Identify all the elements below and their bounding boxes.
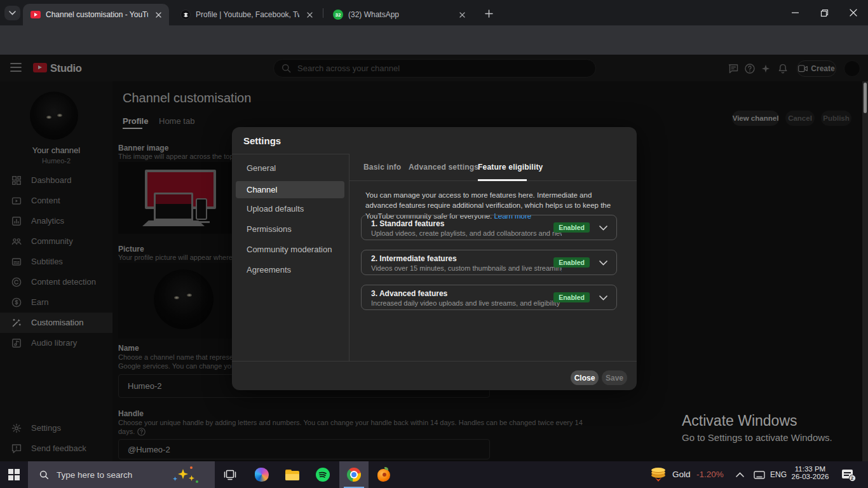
new-tab-button[interactable] bbox=[481, 6, 496, 21]
chevron-down-icon[interactable] bbox=[599, 295, 607, 301]
gold-widget-icon[interactable] bbox=[646, 461, 671, 488]
settings-dialog: Settings General Channel Upload defaults… bbox=[232, 127, 637, 390]
feature-title: 1. Standard features bbox=[371, 219, 444, 228]
feature-description: Upload videos, create playlists, and add… bbox=[371, 229, 562, 237]
settings-nav-upload-defaults[interactable]: Upload defaults bbox=[232, 199, 349, 219]
feature-description: Videos over 15 minutes, custom thumbnail… bbox=[371, 264, 562, 272]
settings-nav-community-moderation[interactable]: Community moderation bbox=[232, 240, 349, 260]
folder-icon bbox=[285, 470, 299, 480]
chevron-down-icon bbox=[9, 11, 16, 15]
window-close-button[interactable] bbox=[839, 0, 868, 25]
settings-nav-channel[interactable]: Channel bbox=[236, 181, 344, 198]
feature-row-advanced[interactable]: 3. Advanced features Increased daily vid… bbox=[361, 285, 617, 310]
clock-time: 11:33 PM bbox=[788, 465, 832, 473]
youtube-favicon bbox=[31, 11, 41, 18]
task-view-icon bbox=[224, 469, 236, 480]
windows-logo-icon bbox=[8, 469, 20, 480]
browser-tab-strip: Channel customisation - YouTu Profile | … bbox=[0, 0, 868, 25]
feature-description: Increased daily video uploads and live s… bbox=[371, 299, 562, 307]
language-indicator[interactable]: ENG bbox=[770, 461, 787, 488]
page-scrollbar[interactable] bbox=[862, 81, 868, 461]
spotify-icon bbox=[316, 468, 330, 482]
tab-close-icon[interactable] bbox=[153, 10, 164, 20]
task-view-button[interactable] bbox=[215, 461, 245, 488]
settings-dialog-title: Settings bbox=[243, 135, 281, 146]
settings-nav-agreements[interactable]: Agreements bbox=[232, 260, 349, 280]
browser-tab-youtube-studio[interactable]: Channel customisation - YouTu bbox=[23, 4, 169, 25]
taskbar: Type here to search bbox=[0, 461, 868, 488]
feature-title: 2. Intermediate features bbox=[371, 254, 457, 263]
fl-studio-button[interactable] bbox=[370, 461, 399, 488]
browser-tab-whatsapp[interactable]: 32 (32) WhatsApp bbox=[325, 4, 473, 25]
start-button[interactable] bbox=[0, 461, 28, 488]
taskbar-clock[interactable]: 11:33 PM 26-03-2026 bbox=[788, 461, 832, 480]
spotify-button[interactable] bbox=[308, 461, 337, 488]
taskbar-search[interactable]: Type here to search bbox=[28, 461, 215, 488]
clock-date: 26-03-2026 bbox=[788, 473, 832, 480]
screen: Channel customisation - YouTu Profile | … bbox=[0, 0, 868, 488]
minimize-icon bbox=[792, 12, 799, 13]
notification-center-button[interactable]: 2 bbox=[835, 461, 860, 488]
feature-row-intermediate[interactable]: 2. Intermediate features Videos over 15 … bbox=[361, 250, 617, 275]
search-icon bbox=[39, 470, 49, 480]
browser-tab-profile[interactable]: Profile | Youtube, Facebook, Twi bbox=[173, 4, 320, 25]
notification-badge: 2 bbox=[849, 475, 856, 482]
settings-nav-general[interactable]: General bbox=[232, 158, 349, 179]
tab-advanced-settings[interactable]: Advanced settings bbox=[409, 163, 478, 172]
coins-icon bbox=[651, 468, 666, 482]
profile-favicon bbox=[180, 10, 191, 20]
chevron-up-icon bbox=[736, 472, 744, 477]
chevron-down-icon[interactable] bbox=[599, 261, 607, 266]
plus-icon bbox=[485, 10, 493, 18]
tab-title: (32) WhatsApp bbox=[348, 10, 452, 19]
copilot-icon bbox=[255, 468, 269, 482]
taskbar-search-placeholder: Type here to search bbox=[57, 470, 132, 480]
activate-windows-watermark: Activate Windows Go to Settings to activ… bbox=[682, 412, 832, 443]
touch-keyboard-button[interactable] bbox=[749, 461, 770, 488]
search-highlights-icon bbox=[173, 465, 198, 484]
feature-row-standard[interactable]: 1. Standard features Upload videos, crea… bbox=[361, 215, 617, 240]
tab-basic-info[interactable]: Basic info bbox=[363, 163, 401, 172]
window-minimize-button[interactable] bbox=[780, 0, 810, 25]
settings-tabs: Basic info Advanced settings Feature eli… bbox=[349, 154, 637, 181]
file-explorer-button[interactable] bbox=[278, 461, 307, 488]
tab-close-icon[interactable] bbox=[304, 10, 315, 20]
status-badge: Enabled bbox=[553, 292, 590, 302]
chevron-down-icon[interactable] bbox=[599, 226, 607, 231]
watermark-line1: Activate Windows bbox=[682, 412, 832, 430]
settings-nav-permissions[interactable]: Permissions bbox=[232, 219, 349, 240]
tab-title: Channel customisation - YouTu bbox=[46, 10, 148, 19]
scrollbar-thumb[interactable] bbox=[864, 83, 867, 113]
window-restore-button[interactable] bbox=[810, 0, 839, 25]
feature-title: 3. Advanced features bbox=[371, 289, 447, 298]
tab-search-button[interactable] bbox=[4, 6, 20, 20]
chrome-icon bbox=[347, 468, 361, 482]
chrome-button[interactable] bbox=[339, 461, 369, 488]
whatsapp-favicon: 32 bbox=[333, 10, 343, 20]
browser-toolbar: studio.youtube.com/channel/UC1bJdcQJWsRx… bbox=[0, 25, 868, 55]
watermark-line2: Go to Settings to activate Windows. bbox=[682, 432, 832, 443]
tab-close-icon[interactable] bbox=[457, 10, 468, 20]
stock-change[interactable]: -1.20% bbox=[696, 461, 724, 488]
copilot-button[interactable] bbox=[247, 461, 276, 488]
settings-footer: Close Save bbox=[232, 361, 637, 390]
save-button[interactable]: Save bbox=[602, 370, 627, 385]
status-badge: Enabled bbox=[553, 257, 590, 268]
close-icon bbox=[850, 9, 857, 17]
tab-separator bbox=[323, 8, 323, 18]
tab-feature-eligibility[interactable]: Feature eligibility bbox=[478, 163, 543, 172]
tray-expand-button[interactable] bbox=[728, 461, 751, 488]
close-button[interactable]: Close bbox=[571, 370, 599, 385]
notification-icon: 2 bbox=[842, 470, 854, 480]
active-tab-underline bbox=[478, 179, 527, 181]
restore-icon bbox=[820, 9, 829, 17]
fl-studio-icon bbox=[377, 468, 391, 482]
stock-name[interactable]: Gold bbox=[672, 461, 691, 488]
touch-keyboard-icon bbox=[754, 470, 765, 480]
tab-title: Profile | Youtube, Facebook, Twi bbox=[196, 10, 299, 19]
status-badge: Enabled bbox=[553, 222, 590, 233]
